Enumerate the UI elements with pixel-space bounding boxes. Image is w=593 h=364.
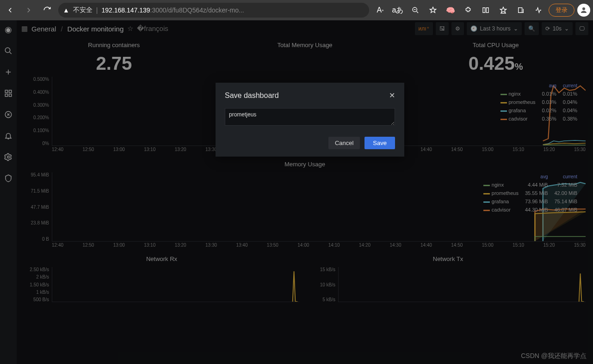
alerting-icon[interactable] <box>2 129 15 142</box>
close-icon[interactable]: ✕ <box>389 91 395 100</box>
save-button[interactable]: Save <box>364 137 395 149</box>
modal-backdrop[interactable] <box>17 20 593 364</box>
read-aloud-icon[interactable]: A» <box>373 3 388 18</box>
warning-icon: ▲ <box>63 6 69 14</box>
configuration-icon[interactable] <box>2 151 15 164</box>
translate-icon[interactable]: aあ <box>390 3 405 18</box>
svg-rect-6 <box>5 90 7 92</box>
login-button[interactable]: 登录 <box>549 4 574 17</box>
svg-rect-7 <box>9 90 12 92</box>
grafana-logo-icon[interactable]: ◉ <box>2 23 15 36</box>
save-dashboard-modal: Save dashboard ✕ Cancel Save <box>216 83 404 157</box>
url-text: 192.168.147.139:3000/d/fu8DQ564z/docker-… <box>102 6 244 14</box>
dashboards-icon[interactable] <box>2 87 15 100</box>
zoom-out-icon[interactable] <box>408 3 423 18</box>
search-icon[interactable] <box>2 44 15 57</box>
copilot-icon[interactable]: 🧠 <box>443 3 458 18</box>
svg-point-4 <box>582 7 585 10</box>
performance-icon[interactable] <box>531 3 546 18</box>
collections-icon[interactable] <box>513 3 528 18</box>
explore-icon[interactable] <box>2 108 15 121</box>
save-message-input[interactable] <box>225 108 395 126</box>
url-bar[interactable]: ▲ 不安全 | 192.168.147.139:3000/d/fu8DQ564z… <box>58 3 369 18</box>
svg-rect-8 <box>5 94 7 97</box>
back-button[interactable] <box>3 3 18 18</box>
svg-rect-3 <box>519 8 522 13</box>
cancel-button[interactable]: Cancel <box>328 137 360 149</box>
grafana-sidebar: ◉ <box>0 20 17 364</box>
favorite-icon[interactable] <box>426 3 440 18</box>
svg-point-5 <box>5 48 10 53</box>
create-icon[interactable] <box>2 66 15 79</box>
modal-title: Save dashboard <box>225 91 279 100</box>
forward-button[interactable] <box>21 3 36 18</box>
svg-rect-2 <box>486 8 488 13</box>
favorites-bar-icon[interactable] <box>496 3 511 18</box>
profile-avatar[interactable] <box>577 4 590 17</box>
grafana-main: ▦ General / Docker monitoring ☆ �françoi… <box>17 20 593 364</box>
url-warning: 不安全 <box>73 6 93 14</box>
reload-button[interactable] <box>40 3 55 18</box>
admin-icon[interactable] <box>2 172 15 185</box>
svg-point-11 <box>7 156 10 158</box>
svg-rect-1 <box>483 8 485 13</box>
svg-rect-9 <box>9 94 12 97</box>
extension-icon[interactable] <box>461 3 476 18</box>
split-screen-icon[interactable] <box>478 3 493 18</box>
browser-chrome: ▲ 不安全 | 192.168.147.139:3000/d/fu8DQ564z… <box>0 0 593 20</box>
